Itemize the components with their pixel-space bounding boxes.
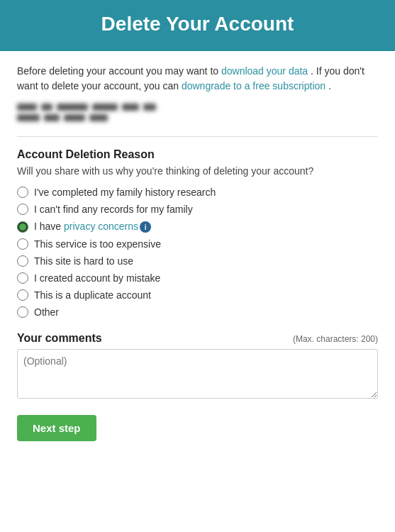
radio-option-3[interactable]: I have privacy concernsi <box>17 221 378 233</box>
radio-label-2: I can't find any records for my family <box>34 204 193 215</box>
blur-block-10 <box>89 114 108 121</box>
blur-block-1 <box>17 104 37 111</box>
blur-block-7 <box>17 114 40 121</box>
radio-option-2[interactable]: I can't find any records for my family <box>17 204 378 215</box>
radio-input-1[interactable] <box>17 187 28 198</box>
radio-label-5: This site is hard to use <box>34 255 133 267</box>
radio-label-6: I created account by mistake <box>34 272 160 284</box>
page-content: Before deleting your account you may wan… <box>0 51 395 458</box>
comments-textarea[interactable] <box>17 349 378 399</box>
radio-label-4: This service is too expensive <box>34 238 161 250</box>
radio-option-1[interactable]: I've completed my family history researc… <box>17 187 378 198</box>
comments-label: Your comments <box>17 332 102 345</box>
page-title: Delete Your Account <box>14 13 381 35</box>
blurred-line-2 <box>17 114 378 121</box>
radio-option-4[interactable]: This service is too expensive <box>17 238 378 250</box>
page-header: Delete Your Account <box>0 0 395 51</box>
radio-option-8[interactable]: Other <box>17 306 378 318</box>
deletion-reason-radio-group: I've completed my family history researc… <box>17 187 378 318</box>
radio-label-8: Other <box>34 306 59 318</box>
radio-input-6[interactable] <box>17 272 28 284</box>
intro-paragraph: Before deleting your account you may wan… <box>17 64 378 94</box>
blur-block-3 <box>57 104 88 111</box>
blur-block-5 <box>122 104 139 111</box>
intro-text-before-link1: Before deleting your account you may wan… <box>17 65 221 77</box>
radio-input-2[interactable] <box>17 204 28 215</box>
section-title: Account Deletion Reason <box>17 148 378 161</box>
next-step-button[interactable]: Next step <box>17 415 96 441</box>
radio-input-5[interactable] <box>17 255 28 267</box>
blurred-user-info <box>17 104 378 137</box>
comments-max-chars: (Max. characters: 200) <box>293 334 378 344</box>
privacy-concerns-link[interactable]: privacy concerns <box>64 221 138 232</box>
comments-header: Your comments (Max. characters: 200) <box>17 332 378 345</box>
download-data-link[interactable]: download your data <box>221 65 308 77</box>
downgrade-link[interactable]: downgrade to a free subscription <box>182 80 326 92</box>
radio-label-1: I've completed my family history researc… <box>34 187 216 198</box>
comments-section: Your comments (Max. characters: 200) <box>17 332 378 401</box>
blurred-line-1 <box>17 104 378 111</box>
privacy-info-icon[interactable]: i <box>140 221 151 233</box>
radio-input-7[interactable] <box>17 289 28 301</box>
radio-option-7[interactable]: This is a duplicate account <box>17 289 378 301</box>
radio-option-6[interactable]: I created account by mistake <box>17 272 378 284</box>
blur-block-2 <box>41 104 52 111</box>
radio-label-7: This is a duplicate account <box>34 289 151 301</box>
intro-text-after: . <box>328 80 331 92</box>
radio-input-3[interactable] <box>17 221 28 233</box>
blur-block-4 <box>92 104 118 111</box>
blur-block-6 <box>143 104 156 111</box>
section-subtitle: Will you share with us why you're thinki… <box>17 165 378 177</box>
radio-input-4[interactable] <box>17 238 28 250</box>
blur-block-9 <box>64 114 85 121</box>
radio-input-8[interactable] <box>17 306 28 318</box>
blur-block-8 <box>44 114 60 121</box>
page-container: Delete Your Account Before deleting your… <box>0 0 395 532</box>
radio-label-3: I have privacy concernsi <box>34 221 151 233</box>
radio-option-5[interactable]: This site is hard to use <box>17 255 378 267</box>
